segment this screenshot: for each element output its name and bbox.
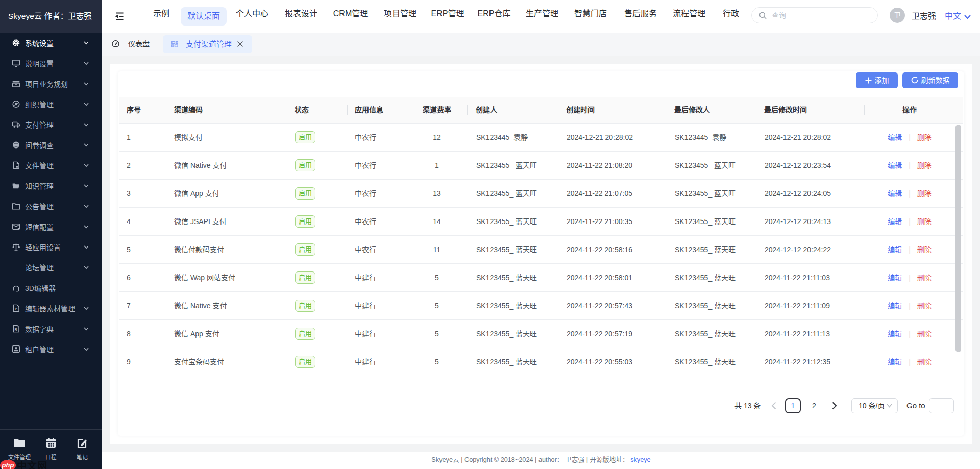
svg-text:P: P bbox=[15, 307, 17, 311]
svg-text:R: R bbox=[15, 328, 17, 331]
